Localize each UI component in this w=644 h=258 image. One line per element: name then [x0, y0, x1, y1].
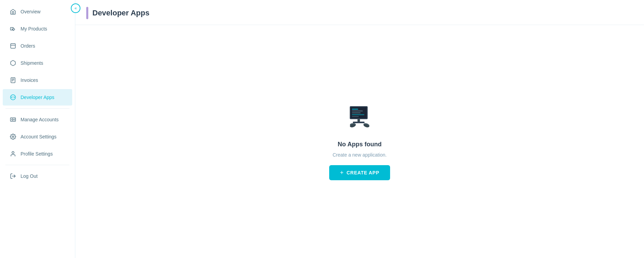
tag-icon	[10, 25, 16, 32]
sidebar-divider-2	[5, 165, 69, 165]
home-icon	[10, 8, 16, 15]
plane-icon	[10, 60, 16, 66]
code-icon	[10, 94, 16, 101]
sidebar-item-manage-accounts[interactable]: Manage Accounts	[3, 111, 72, 128]
logout-icon	[10, 173, 16, 180]
create-app-button-label: CREATE APP	[347, 170, 379, 175]
page-header: Developer Apps	[75, 0, 644, 25]
svg-rect-1	[11, 44, 15, 48]
svg-point-9	[12, 119, 13, 121]
create-app-button[interactable]: + CREATE APP	[329, 165, 390, 180]
svg-rect-21	[352, 116, 359, 117]
sidebar-item-my-products[interactable]: My Products	[3, 21, 72, 37]
sidebar-toggle[interactable]: «	[71, 3, 80, 13]
box-icon	[10, 42, 16, 49]
chevron-left-icon: «	[75, 6, 77, 11]
person-gear-icon	[10, 150, 16, 157]
sidebar-item-orders-label: Orders	[21, 43, 35, 49]
sidebar-divider-1	[5, 108, 69, 109]
sidebar-item-overview[interactable]: Overview	[3, 3, 72, 20]
sidebar-item-log-out[interactable]: Log Out	[3, 168, 72, 184]
invoice-icon	[10, 77, 16, 84]
main-content: Developer Apps	[75, 0, 644, 258]
sidebar-item-profile-settings-label: Profile Settings	[21, 151, 53, 157]
sidebar-item-invoices-label: Invoices	[21, 77, 38, 83]
sidebar-item-shipments-label: Shipments	[21, 60, 43, 66]
svg-point-13	[12, 151, 14, 153]
svg-rect-22	[358, 119, 360, 121]
plus-icon: +	[340, 170, 344, 176]
empty-state: No Apps found Create a new application. …	[75, 25, 644, 258]
sidebar-item-account-settings-label: Account Settings	[21, 134, 56, 139]
sidebar-item-log-out-label: Log Out	[21, 173, 38, 179]
sidebar: « Overview My Products	[0, 0, 75, 258]
page-header-accent	[86, 7, 88, 19]
empty-state-subtitle: Create a new application.	[333, 152, 387, 158]
sidebar-item-manage-accounts-label: Manage Accounts	[21, 117, 59, 122]
sidebar-item-account-settings[interactable]: Account Settings	[3, 128, 72, 145]
sidebar-item-overview-label: Overview	[21, 9, 40, 14]
svg-rect-19	[352, 112, 361, 113]
page-title: Developer Apps	[92, 9, 150, 17]
svg-point-12	[12, 136, 14, 138]
sidebar-item-my-products-label: My Products	[21, 26, 47, 32]
svg-rect-17	[352, 109, 358, 110]
svg-rect-23	[353, 122, 364, 123]
sidebar-item-developer-apps[interactable]: Developer Apps	[3, 89, 72, 106]
sidebar-item-profile-settings[interactable]: Profile Settings	[3, 146, 72, 162]
user-card-icon	[10, 116, 16, 123]
gear-icon	[10, 133, 16, 140]
sidebar-item-shipments[interactable]: Shipments	[3, 55, 72, 71]
sidebar-item-invoices[interactable]: Invoices	[3, 72, 72, 88]
sidebar-nav: Overview My Products Orders	[0, 0, 75, 258]
svg-rect-20	[352, 114, 364, 115]
sidebar-item-developer-apps-label: Developer Apps	[21, 95, 54, 100]
sidebar-item-orders[interactable]: Orders	[3, 38, 72, 54]
svg-rect-18	[352, 110, 363, 111]
empty-state-title: No Apps found	[338, 141, 382, 148]
no-apps-illustration	[344, 103, 375, 134]
